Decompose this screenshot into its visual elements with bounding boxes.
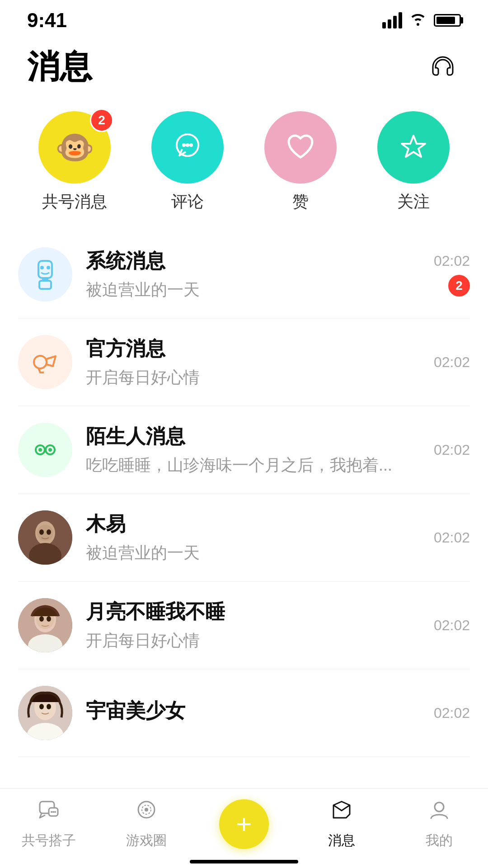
category-like[interactable]: 赞 xyxy=(264,111,337,213)
status-bar: 9:41 xyxy=(0,0,488,36)
stranger-avatar-circle xyxy=(18,423,72,477)
avatar-cosmo xyxy=(18,686,72,740)
stranger-msg-name: 陌生人消息 xyxy=(86,423,420,450)
muyi-msg-time: 02:02 xyxy=(434,529,470,546)
message-list: 系统消息 被迫营业的一天 02:02 2 官方消息 开启每日好心情 02:0 xyxy=(0,231,488,757)
chat-nav-label: 共号搭子 xyxy=(22,831,76,850)
message-item-cosmo[interactable]: 宇宙美少女 02:02 xyxy=(18,670,470,757)
category-like-circle xyxy=(264,111,337,184)
svg-point-28 xyxy=(47,616,51,622)
svg-point-14 xyxy=(38,448,42,452)
avatar-official xyxy=(18,335,72,389)
message-item-muyi[interactable]: 木易 被迫营业的一天 02:02 xyxy=(18,494,470,582)
svg-point-15 xyxy=(48,448,52,452)
plus-icon: + xyxy=(236,811,252,838)
plus-button[interactable]: + xyxy=(219,799,269,849)
svg-point-2 xyxy=(186,143,189,147)
moon-msg-name: 月亮不睡我不睡 xyxy=(86,599,420,625)
status-icons xyxy=(382,11,461,30)
headset-icon xyxy=(428,52,457,81)
mine-nav-icon xyxy=(427,798,451,827)
nav-item-plus[interactable]: + xyxy=(208,799,280,849)
muyi-msg-content: 木易 被迫营业的一天 xyxy=(86,511,420,564)
cosmo-msg-time: 02:02 xyxy=(434,705,470,722)
message-item-moon[interactable]: 月亮不睡我不睡 开启每日好心情 02:02 xyxy=(18,582,470,670)
system-msg-meta: 02:02 2 xyxy=(434,253,470,297)
page-header: 消息 xyxy=(0,36,488,102)
game-nav-icon xyxy=(135,798,158,827)
headset-button[interactable] xyxy=(425,49,461,85)
official-msg-meta: 02:02 xyxy=(434,354,470,371)
moon-msg-preview: 开启每日好心情 xyxy=(86,630,420,652)
svg-point-27 xyxy=(39,616,44,622)
cosmo-msg-name: 宇宙美少女 xyxy=(86,698,420,724)
moon-avatar xyxy=(18,598,72,652)
wifi-icon xyxy=(409,11,427,30)
mine-nav-label: 我的 xyxy=(426,831,453,850)
system-avatar-circle xyxy=(18,247,72,302)
official-msg-content: 官方消息 开启每日好心情 xyxy=(86,335,420,389)
category-shared-label: 共号消息 xyxy=(42,191,107,213)
cosmo-msg-meta: 02:02 xyxy=(434,705,470,722)
svg-point-1 xyxy=(182,143,186,147)
message-item-stranger[interactable]: 陌生人消息 吃吃睡睡，山珍海味一个月之后，我抱着... 02:02 xyxy=(18,406,470,494)
bottom-navigation: 共号搭子 游戏圈 + 消息 xyxy=(0,788,488,868)
cosmo-msg-content: 宇宙美少女 xyxy=(86,698,420,729)
stranger-msg-preview: 吃吃睡睡，山珍海味一个月之后，我抱着... xyxy=(86,454,420,476)
stranger-msg-time: 02:02 xyxy=(434,442,470,458)
nav-item-message[interactable]: 消息 xyxy=(305,798,378,850)
avatar-moon xyxy=(18,598,72,652)
nav-item-game[interactable]: 游戏圈 xyxy=(110,798,183,850)
svg-rect-4 xyxy=(38,261,52,278)
battery-icon xyxy=(434,14,461,27)
svg-point-9 xyxy=(34,356,47,368)
svg-point-37 xyxy=(51,811,52,813)
svg-point-38 xyxy=(52,811,54,813)
svg-point-39 xyxy=(54,811,56,813)
shared-badge: 2 xyxy=(90,108,113,132)
muyi-avatar xyxy=(18,510,72,565)
svg-point-21 xyxy=(47,529,51,535)
system-msg-badge: 2 xyxy=(448,275,470,297)
category-comment-label: 评论 xyxy=(171,191,204,213)
system-msg-preview: 被迫营业的一天 xyxy=(86,279,420,301)
muyi-msg-name: 木易 xyxy=(86,511,420,538)
category-follow-label: 关注 xyxy=(397,191,430,213)
nav-item-mine[interactable]: 我的 xyxy=(403,798,475,850)
svg-point-33 xyxy=(39,704,44,709)
category-follow-circle xyxy=(377,111,450,184)
svg-point-20 xyxy=(39,529,44,535)
svg-rect-8 xyxy=(39,281,51,289)
message-nav-icon xyxy=(330,798,353,827)
system-msg-name: 系统消息 xyxy=(86,248,420,274)
category-shared[interactable]: 🐵 2 共号消息 xyxy=(38,111,111,213)
svg-point-43 xyxy=(435,802,444,811)
avatar-system xyxy=(18,247,72,302)
message-item-system[interactable]: 系统消息 被迫营业的一天 02:02 2 xyxy=(18,231,470,319)
official-msg-time: 02:02 xyxy=(434,354,470,371)
category-follow[interactable]: 关注 xyxy=(377,111,450,213)
game-nav-label: 游戏圈 xyxy=(126,831,167,850)
system-msg-content: 系统消息 被迫营业的一天 xyxy=(86,248,420,301)
category-section: 🐵 2 共号消息 评论 赞 xyxy=(0,102,488,231)
stranger-msg-meta: 02:02 xyxy=(434,442,470,458)
category-shared-circle: 🐵 2 xyxy=(38,111,111,184)
category-comment[interactable]: 评论 xyxy=(151,111,224,213)
system-msg-time: 02:02 xyxy=(434,253,470,269)
avatar-muyi xyxy=(18,510,72,565)
svg-point-3 xyxy=(189,143,193,147)
moon-msg-content: 月亮不睡我不睡 开启每日好心情 xyxy=(86,599,420,652)
page-title: 消息 xyxy=(27,45,92,89)
svg-point-6 xyxy=(47,266,50,269)
status-time: 9:41 xyxy=(27,9,67,32)
category-like-label: 赞 xyxy=(292,191,309,213)
signal-icon xyxy=(382,12,402,28)
moon-msg-meta: 02:02 xyxy=(434,617,470,634)
nav-item-chat[interactable]: 共号搭子 xyxy=(13,798,85,850)
message-item-official[interactable]: 官方消息 开启每日好心情 02:02 xyxy=(18,319,470,406)
moon-msg-time: 02:02 xyxy=(434,617,470,634)
official-avatar-circle xyxy=(18,335,72,389)
svg-point-42 xyxy=(145,808,148,811)
svg-point-5 xyxy=(40,266,44,269)
chat-nav-icon xyxy=(37,798,61,827)
